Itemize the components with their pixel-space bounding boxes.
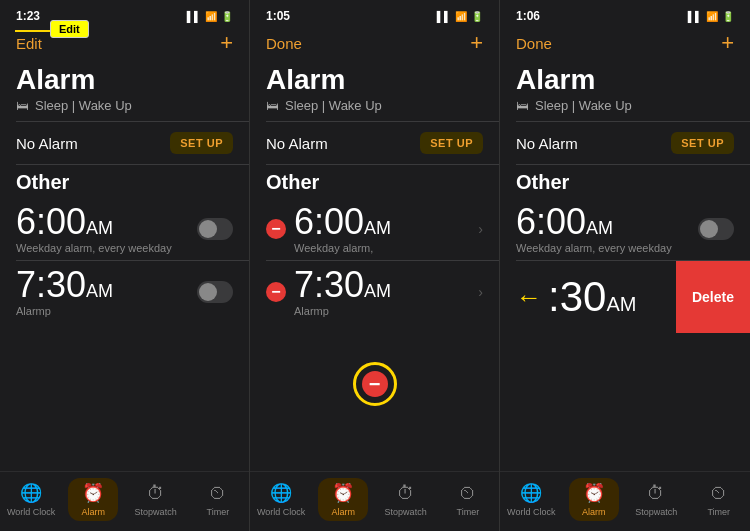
wifi-icon-2: 📶	[455, 11, 467, 22]
top-bar-3: Done +	[500, 28, 750, 62]
nav-timer-3[interactable]: ⏲ Timer	[694, 483, 744, 517]
nav-worldclock-2[interactable]: 🌐 World Clock	[256, 482, 306, 517]
nav-stopwatch-3[interactable]: ⏱ Stopwatch	[631, 483, 681, 517]
no-alarm-text-3: No Alarm	[516, 135, 578, 152]
alarm-row-3-2-container: ← :30AM Delete	[500, 261, 750, 333]
alarm-time-display-2-2: 7:30AM	[294, 267, 470, 303]
stopwatch-icon-1: ⏱	[147, 483, 165, 504]
alarm-subtitle-2-2: Alarmp	[294, 305, 470, 317]
no-alarm-text-1: No Alarm	[16, 135, 78, 152]
bed-icon-3: 🛏	[516, 98, 529, 113]
alarm-time-3-1: 6:00AM Weekday alarm, every weekday	[516, 204, 698, 254]
status-bar-1: 1:23 ▌▌ 📶 🔋	[0, 0, 249, 28]
alarm-row-2-1: − 6:00AM Weekday alarm, ›	[250, 198, 499, 260]
nav-worldclock-3[interactable]: 🌐 World Clock	[506, 482, 556, 517]
alarm-time-display-3-1: 6:00AM	[516, 204, 698, 240]
page-title-3: Alarm	[500, 64, 750, 96]
battery-icon-3: 🔋	[722, 11, 734, 22]
add-button-3[interactable]: +	[721, 30, 734, 56]
timer-label-1: Timer	[207, 507, 230, 517]
nav-alarm-3[interactable]: ⏰ Alarm	[569, 478, 619, 521]
sleep-wake-1: 🛏 Sleep | Wake Up	[0, 96, 249, 121]
alarm-subtitle-3-1: Weekday alarm, every weekday	[516, 242, 698, 254]
alarm-row-2-2: − 7:30AM Alarmp ›	[250, 261, 499, 323]
worldclock-icon-2: 🌐	[270, 482, 292, 504]
timer-icon-1: ⏲	[209, 483, 227, 504]
status-icons-3: ▌▌ 📶 🔋	[688, 11, 734, 22]
alarm-time-display-1-2: 7:30AM	[16, 267, 197, 303]
status-icons-1: ▌▌ 📶 🔋	[187, 11, 233, 22]
phone-panel-1: 1:23 ▌▌ 📶 🔋 Edit + Alarm 🛏 Sleep | Wake …	[0, 0, 250, 531]
timer-icon-3: ⏲	[710, 483, 728, 504]
alarm-subtitle-2-1: Weekday alarm,	[294, 242, 470, 254]
alarm-row-1-2: 7:30AM Alarmp	[0, 261, 249, 323]
alarm-toggle-1-2[interactable]	[197, 281, 233, 303]
no-alarm-row-1: No Alarm SET UP	[0, 122, 249, 164]
worldclock-icon-3: 🌐	[520, 482, 542, 504]
edit-tooltip-box: Edit	[50, 20, 89, 38]
bottom-nav-2: 🌐 World Clock ⏰ Alarm ⏱ Stopwatch ⏲ Time…	[250, 471, 499, 531]
alarm-row-3-1: 6:00AM Weekday alarm, every weekday	[500, 198, 750, 260]
nav-stopwatch-2[interactable]: ⏱ Stopwatch	[381, 483, 431, 517]
alarm-time-display-1-1: 6:00AM	[16, 204, 197, 240]
setup-button-2[interactable]: SET UP	[420, 132, 483, 154]
stopwatch-icon-3: ⏱	[647, 483, 665, 504]
left-arrow-annotation: ←	[516, 282, 542, 313]
setup-button-3[interactable]: SET UP	[671, 132, 734, 154]
add-button-2[interactable]: +	[470, 30, 483, 56]
alarm-row-1-1: 6:00AM Weekday alarm, every weekday	[0, 198, 249, 260]
section-header-2: Other	[250, 165, 499, 198]
alarm-subtitle-1-2: Alarmp	[16, 305, 197, 317]
minus-icon-2-1[interactable]: −	[266, 219, 286, 239]
bottom-nav-3: 🌐 World Clock ⏰ Alarm ⏱ Stopwatch ⏲ Time…	[500, 471, 750, 531]
worldclock-label-1: World Clock	[7, 507, 55, 517]
bed-icon-1: 🛏	[16, 98, 29, 113]
status-time-2: 1:05	[266, 9, 290, 23]
top-bar-2: Done +	[250, 28, 499, 62]
section-header-3: Other	[500, 165, 750, 198]
wifi-icon-3: 📶	[706, 11, 718, 22]
nav-timer-1[interactable]: ⏲ Timer	[193, 483, 243, 517]
alarm-partial-time-3-2: :30AM	[548, 276, 636, 318]
wifi-icon-1: 📶	[205, 11, 217, 22]
alarm-toggle-1-1[interactable]	[197, 218, 233, 240]
alarm-icon-3: ⏰	[583, 482, 605, 504]
status-time-1: 1:23	[16, 9, 40, 23]
alarm-label-2: Alarm	[332, 507, 356, 517]
delete-button-3[interactable]: Delete	[676, 261, 750, 333]
page-title-1: Alarm	[0, 64, 249, 96]
stopwatch-label-2: Stopwatch	[385, 507, 427, 517]
add-button-1[interactable]: +	[220, 30, 233, 56]
nav-alarm-1[interactable]: ⏰ Alarm	[68, 478, 118, 521]
no-alarm-row-3: No Alarm SET UP	[500, 122, 750, 164]
alarm-time-1-1: 6:00AM Weekday alarm, every weekday	[16, 204, 197, 254]
status-icons-2: ▌▌ 📶 🔋	[437, 11, 483, 22]
sleep-wake-3: 🛏 Sleep | Wake Up	[500, 96, 750, 121]
nav-stopwatch-1[interactable]: ⏱ Stopwatch	[131, 483, 181, 517]
setup-button-1[interactable]: SET UP	[170, 132, 233, 154]
alarm-time-2-1: 6:00AM Weekday alarm,	[294, 204, 470, 254]
nav-timer-2[interactable]: ⏲ Timer	[443, 483, 493, 517]
alarm-icon-1: ⏰	[82, 482, 104, 504]
page-title-2: Alarm	[250, 64, 499, 96]
nav-worldclock-1[interactable]: 🌐 World Clock	[6, 482, 56, 517]
alarm-label-3: Alarm	[582, 507, 606, 517]
timer-label-2: Timer	[457, 507, 480, 517]
phone-panel-3: 1:06 ▌▌ 📶 🔋 Done + Alarm 🛏 Sleep | Wake …	[500, 0, 750, 531]
alarm-time-1-2: 7:30AM Alarmp	[16, 267, 197, 317]
worldclock-label-3: World Clock	[507, 507, 555, 517]
bottom-nav-1: 🌐 World Clock ⏰ Alarm ⏱ Stopwatch ⏲ Time…	[0, 471, 249, 531]
signal-icon-3: ▌▌	[688, 11, 702, 22]
status-bar-3: 1:06 ▌▌ 📶 🔋	[500, 0, 750, 28]
phone-panel-2: 1:05 ▌▌ 📶 🔋 Done + Alarm 🛏 Sleep | Wake …	[250, 0, 500, 531]
done-button-2[interactable]: Done	[266, 35, 302, 52]
status-time-3: 1:06	[516, 9, 540, 23]
worldclock-label-2: World Clock	[257, 507, 305, 517]
minus-icon-2-2[interactable]: −	[266, 282, 286, 302]
stopwatch-icon-2: ⏱	[397, 483, 415, 504]
bed-icon-2: 🛏	[266, 98, 279, 113]
alarm-toggle-3-1[interactable]	[698, 218, 734, 240]
done-button-3[interactable]: Done	[516, 35, 552, 52]
nav-alarm-2[interactable]: ⏰ Alarm	[318, 478, 368, 521]
worldclock-icon-1: 🌐	[20, 482, 42, 504]
